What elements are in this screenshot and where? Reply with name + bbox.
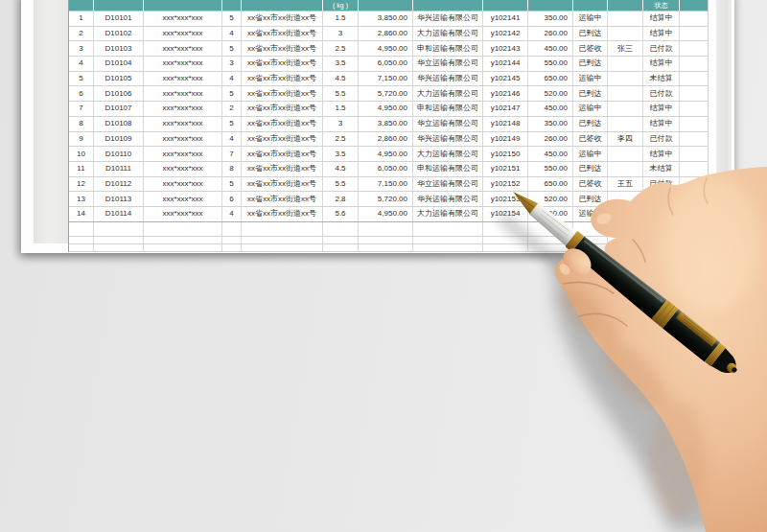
cell-amount: 3,850.00 (359, 12, 413, 26)
cell-quantity: 5 (222, 41, 242, 56)
cell-signer (608, 57, 643, 71)
cell-weight: 3 (323, 27, 359, 41)
cell-weight (323, 237, 359, 243)
table-row: 1 D10101 xxx*xxx*xxx 5 xx省xx市xx街道xx号 1.5… (69, 12, 709, 27)
cell-freight: 450.00 (528, 102, 573, 116)
cell-quantity: 5 (222, 12, 242, 26)
cell-weight: 3.5 (323, 57, 359, 71)
cell-phone: xxx*xxx*xxx (144, 162, 222, 176)
cell-amount: 4,950.00 (359, 207, 413, 221)
cell-phone: xxx*xxx*xxx (144, 41, 222, 56)
cell-order-id: D10104 (94, 57, 144, 71)
cell-row-number: 5 (69, 72, 94, 86)
cell-quantity: 3 (222, 57, 242, 71)
cell-blank (680, 102, 709, 116)
cell-quantity: 4 (222, 72, 242, 86)
cell-weight: 3.5 (323, 147, 359, 161)
cell-quantity: 4 (222, 27, 242, 41)
header-cell-settlement-status: 状态 (643, 0, 680, 11)
cell-weight: 2.5 (323, 41, 359, 56)
cell-order-id: D10105 (94, 72, 144, 86)
cell-weight: 2.8 (323, 192, 359, 206)
cell-amount: 4,950.00 (359, 102, 413, 116)
cell-order-id: D10106 (94, 86, 144, 101)
cell-amount: 2,860.00 (359, 132, 413, 147)
cell-phone: xxx*xxx*xxx (144, 207, 222, 221)
cell-transport-status: 运输中 (573, 102, 608, 116)
cell-freight: 650.00 (528, 72, 573, 86)
cell-company: 华兴运输有限公司 (413, 132, 483, 147)
cell-row-number: 7 (69, 102, 94, 116)
cell-phone (144, 244, 222, 251)
cell-address: xx省xx市xx街道xx号 (242, 207, 323, 221)
cell-phone (144, 237, 222, 243)
cell-order-id: D10108 (94, 117, 144, 131)
header-cell-order (94, 0, 144, 11)
cell-phone: xxx*xxx*xxx (144, 192, 222, 206)
cell-address: xx省xx市xx街道xx号 (242, 57, 323, 71)
cell-quantity: 5 (222, 177, 242, 192)
cell-phone: xxx*xxx*xxx (144, 102, 222, 116)
cell-weight: 3 (323, 117, 359, 131)
cell-amount: 4,950.00 (359, 41, 413, 56)
cell-row-number: 10 (69, 147, 94, 161)
cell-company (413, 244, 483, 251)
cell-quantity: 4 (222, 132, 242, 147)
cell-signer (608, 27, 643, 41)
header-cell-phone (144, 0, 222, 11)
cell-order-id (94, 222, 144, 237)
hand-holding-fountain-pen-photo (479, 125, 767, 532)
cell-amount: 5,720.00 (359, 192, 413, 206)
cell-company: 大力运输有限公司 (413, 147, 483, 161)
table-row: 2 D10102 xxx*xxx*xxx 4 xx省xx市xx街道xx号 3 2… (69, 27, 709, 42)
cell-transport-status: 运输中 (573, 72, 608, 86)
cell-settlement-status: 已付款 (643, 41, 680, 56)
cell-address: xx省xx市xx街道xx号 (242, 86, 323, 101)
cell-phone: xxx*xxx*xxx (144, 57, 222, 71)
cell-weight: 1.5 (323, 12, 359, 26)
cell-freight: 350.00 (528, 12, 573, 26)
cell-amount (359, 222, 413, 237)
cell-company: 申和运输有限公司 (413, 41, 483, 56)
cell-row-number: 1 (69, 12, 94, 26)
cell-weight: 5.6 (323, 207, 359, 221)
cell-phone: xxx*xxx*xxx (144, 177, 222, 192)
cell-company (413, 222, 483, 237)
cell-address: xx省xx市xx街道xx号 (242, 177, 323, 192)
cell-transport-status: 已到达 (573, 57, 608, 71)
cell-row-number: 6 (69, 86, 94, 101)
cell-order-id: D10112 (94, 177, 144, 192)
cell-company: 大力运输有限公司 (413, 207, 483, 221)
cell-freight: 450.00 (528, 41, 573, 56)
cell-blank (680, 27, 709, 41)
cell-order-id: D10101 (94, 12, 144, 26)
cell-address: xx省xx市xx街道xx号 (242, 27, 323, 41)
cell-blank (680, 12, 709, 26)
cell-row-number (69, 244, 94, 251)
cell-weight: 1.5 (323, 102, 359, 116)
cell-waybill-number: y102146 (483, 86, 528, 101)
cell-order-id: D10110 (94, 147, 144, 161)
cell-signer (608, 12, 643, 26)
header-status-label: 状态 (655, 2, 668, 9)
cell-row-number: 8 (69, 117, 94, 131)
cell-quantity (222, 237, 242, 243)
cell-amount: 3,850.00 (359, 117, 413, 131)
cell-amount: 4,950.00 (359, 147, 413, 161)
cell-settlement-status: 结算中 (643, 12, 680, 26)
cell-signer (608, 102, 643, 116)
header-cell-amount (359, 0, 413, 11)
cell-amount: 2,860.00 (359, 27, 413, 41)
cell-waybill-number: y102144 (483, 57, 528, 71)
header-cell-company (413, 0, 483, 11)
cell-company: 华立运输有限公司 (413, 177, 483, 192)
cell-phone: xxx*xxx*xxx (144, 72, 222, 86)
table-row: 4 D10104 xxx*xxx*xxx 3 xx省xx市xx街道xx号 3.5… (69, 57, 709, 72)
cell-row-number: 2 (69, 27, 94, 41)
cell-quantity: 5 (222, 117, 242, 131)
cell-phone: xxx*xxx*xxx (144, 117, 222, 131)
cell-row-number (69, 237, 94, 243)
cell-waybill-number: y102147 (483, 102, 528, 116)
cell-phone: xxx*xxx*xxx (144, 86, 222, 101)
header-cell-waybill (483, 0, 528, 11)
